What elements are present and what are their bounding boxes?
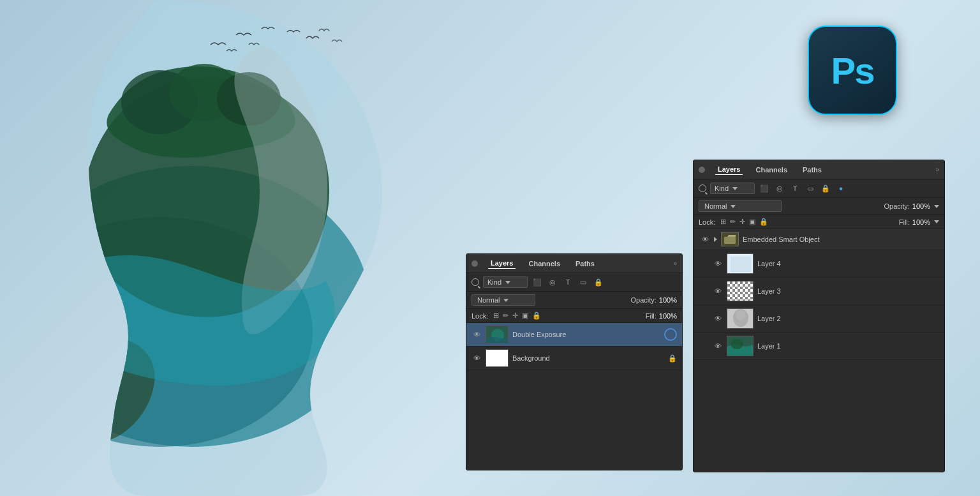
lock-artboard-small[interactable]: ▣ [522,312,528,320]
layer-name-4: Layer 4 [757,260,938,267]
adjustment-filter-btn-large[interactable]: ◎ [774,183,785,194]
pixel-filter-btn-large[interactable]: ⬛ [759,183,770,194]
layer-item-double-exposure[interactable]: 👁 Double Exposure [466,323,682,347]
layer-item-4[interactable]: 👁 Layer 4 [694,250,944,278]
group-name: Embedded Smart Object [743,236,938,243]
kind-chevron-small [505,281,510,284]
filter-active-btn-large[interactable]: ● [835,183,847,194]
opacity-control-large: Opacity: 100% [884,202,940,210]
smart-object-badge-double-exposure [664,328,677,341]
blend-row-large: Normal Opacity: 100% [694,198,944,215]
group-expand-arrow[interactable] [714,237,717,242]
thumb-layer4 [727,253,754,274]
layers-panel-small[interactable]: Layers Channels Paths » Kind ⬛ ◎ T ▭ 🔒 N… [466,253,683,470]
tab-layers-small[interactable]: Layers [488,258,516,269]
thumb-layer3 [727,281,754,301]
blend-chevron-large [731,205,736,208]
svg-point-15 [731,339,743,349]
tab-channels-large[interactable]: Channels [753,165,790,175]
layers-panel-large[interactable]: Layers Channels Paths » Kind ⬛ ◎ T ▭ 🔒 ●… [693,160,945,472]
fill-chevron-large [934,220,939,223]
visibility-layer4[interactable]: 👁 [713,259,723,269]
visibility-layer2[interactable]: 👁 [713,313,723,324]
opacity-chevron-large [934,205,939,208]
thumb-layer2 [727,308,754,329]
type-filter-btn-large[interactable]: T [789,183,801,194]
ps-logo: Ps [808,26,897,115]
visibility-double-exposure[interactable]: 👁 [471,329,482,340]
lock-icons-large: ⊞ ✏ ✛ ▣ 🔒 [720,218,768,226]
layer-item-1[interactable]: 👁 Layer 1 [694,333,944,360]
lock-move-small[interactable]: ✛ [512,312,518,320]
fill-control-small: Fill: 100% [646,312,677,320]
blend-row-small: Normal Opacity: 100% [466,292,682,309]
visibility-group[interactable]: 👁 [700,234,710,244]
thumb-double-exposure [486,326,509,343]
layers-list-small: 👁 Double Exposure 👁 Background 🔒 [466,323,682,370]
tab-paths-small[interactable]: Paths [573,259,597,269]
shape-filter-btn-small[interactable]: ▭ [577,276,589,288]
kind-select-large[interactable]: Kind [710,183,755,194]
lock-all-large[interactable]: 🔒 [759,218,768,226]
lock-move-large[interactable]: ✛ [739,218,745,226]
thumb-background [486,349,509,367]
lock-transparency-large[interactable]: ⊞ [720,218,726,226]
panel-small-header: Layers Channels Paths » [466,254,682,273]
svg-rect-10 [731,257,751,272]
lock-artboard-large[interactable]: ▣ [749,218,755,226]
thumb-layer1 [727,336,754,356]
panel-large-close[interactable] [699,167,705,173]
layer-name-3: Layer 3 [757,287,938,295]
lock-all-small[interactable]: 🔒 [532,312,541,320]
visibility-background[interactable]: 👁 [471,353,482,363]
type-filter-btn-small[interactable]: T [562,276,574,288]
blend-mode-small[interactable]: Normal [471,294,535,306]
lock-transparency-small[interactable]: ⊞ [493,312,499,320]
lock-row-small: Lock: ⊞ ✏ ✛ ▣ 🔒 Fill: 100% [466,309,682,323]
folder-thumb [721,232,739,246]
search-icon-small [471,278,479,286]
portrait-area [0,0,498,496]
lock-paint-small[interactable]: ✏ [503,312,509,320]
kind-row-large: Kind ⬛ ◎ T ▭ 🔒 ● [694,179,944,198]
svg-rect-8 [724,237,736,244]
layer-name-1: Layer 1 [757,342,938,350]
shape-filter-btn-large[interactable]: ▭ [805,183,816,194]
layer-item-2[interactable]: 👁 Layer 2 [694,305,944,333]
svg-point-13 [736,310,746,320]
lock-paint-large[interactable]: ✏ [730,218,736,226]
tab-layers-large[interactable]: Layers [715,164,743,175]
kind-row-small: Kind ⬛ ◎ T ▭ 🔒 [466,273,682,292]
panel-large-more[interactable]: » [935,166,939,173]
lock-row-large: Lock: ⊞ ✏ ✛ ▣ 🔒 Fill: 100% [694,215,944,229]
pixel-filter-btn-small[interactable]: ⬛ [531,276,543,288]
visibility-layer3[interactable]: 👁 [713,286,723,296]
search-icon-large [699,184,706,192]
lock-background: 🔒 [668,354,677,363]
opacity-control-small: Opacity: 100% [631,296,678,304]
smart-object-group-header[interactable]: 👁 Embedded Smart Object [694,229,944,250]
layer-item-3[interactable]: 👁 Layer 3 [694,278,944,305]
panel-large-header: Layers Channels Paths » [694,160,944,179]
blend-chevron-small [503,299,509,302]
kind-chevron-large [732,187,738,190]
birds [191,19,383,70]
panel-small-close[interactable] [471,260,478,267]
layer-name-double-exposure: Double Exposure [512,331,660,338]
smartobject-filter-btn-small[interactable]: 🔒 [593,276,604,288]
panel-small-more[interactable]: » [673,260,677,267]
tab-paths-large[interactable]: Paths [800,165,824,175]
layer-name-background: Background [512,354,664,362]
fill-control-large: Fill: 100% [899,218,939,226]
tab-channels-small[interactable]: Channels [526,259,563,269]
smartobject-filter-btn-large[interactable]: 🔒 [820,183,831,194]
portrait-silhouette [32,0,466,496]
blend-mode-large[interactable]: Normal [699,200,782,212]
adjustment-filter-btn-small[interactable]: ◎ [547,276,558,288]
visibility-layer1[interactable]: 👁 [713,341,723,351]
layer-item-background[interactable]: 👁 Background 🔒 [466,347,682,370]
layer-name-2: Layer 2 [757,315,938,322]
lock-icons-small: ⊞ ✏ ✛ ▣ 🔒 [493,312,541,320]
ps-logo-text: Ps [831,49,874,92]
kind-select-small[interactable]: Kind [483,276,528,288]
